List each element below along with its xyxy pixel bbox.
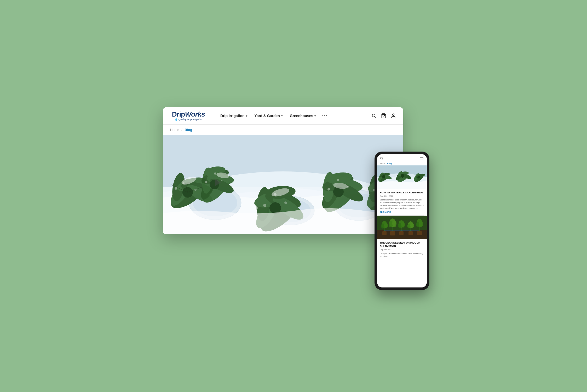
svg-point-59 [337,179,339,181]
logo-works: Works [185,110,205,118]
breadcrumb-current: Blog [185,128,192,132]
svg-point-111 [401,222,405,228]
breadcrumb-home[interactable]: Home [170,128,179,132]
svg-line-76 [382,159,383,159]
nav-bar: DripWorks 💧 Quality Drip Irrigation Drip… [163,107,403,125]
phone-breadcrumb-home: Home [380,162,385,165]
svg-point-48 [256,207,258,209]
svg-point-121 [419,221,423,227]
search-button[interactable] [371,113,377,118]
phone-article-2-excerpt: ...ough it can require more equipment th… [380,252,424,258]
phone-see-more-button[interactable]: SEE MORE → [380,211,424,213]
phone-article-1-date: Sep 28th 2022 [380,195,424,197]
svg-point-35 [221,180,222,181]
svg-point-24 [194,189,197,191]
svg-point-23 [175,187,177,190]
mobile-phone: Home / Blog [375,152,429,290]
logo[interactable]: DripWorks 💧 Quality Drip Irrigation [170,111,207,121]
breadcrumb: Home / Blog [163,125,403,135]
phone-article-2-image [377,216,427,239]
svg-rect-97 [382,231,387,235]
logo-text: DripWorks [172,111,205,118]
svg-point-57 [327,188,330,191]
svg-rect-112 [408,231,413,235]
nav-item-yard-garden[interactable]: Yard & Garden ▾ [251,112,286,120]
phone-screen: Home / Blog [377,154,427,287]
main-scene: DripWorks 💧 Quality Drip Irrigation Drip… [163,107,424,285]
svg-rect-117 [417,231,422,235]
phone-breadcrumb-sep: / [386,162,387,165]
chevron-down-icon: ▾ [246,114,247,117]
svg-point-94 [417,176,420,178]
svg-point-46 [284,201,287,204]
svg-point-3 [393,114,394,116]
phone-article-2: THE GEAR NEEDED FOR INDOOR CULTIVATION S… [377,216,427,261]
chevron-down-icon: ▾ [281,114,283,117]
cart-icon-phone [419,157,424,159]
phone-article-1-body: HOW TO WINTERIZE GARDEN BEDS Sep 28th 20… [377,189,427,215]
logo-drip: Drip [172,110,185,118]
svg-rect-107 [399,231,404,235]
hero-image [163,135,403,234]
breadcrumb-separator: / [181,128,182,132]
svg-point-100 [381,223,385,229]
svg-point-115 [407,224,411,228]
svg-point-105 [389,221,393,227]
logo-tagline: 💧 Quality Drip Irrigation [175,118,203,121]
phone-article-1: HOW TO WINTERIZE GARDEN BEDS Sep 28th 20… [377,165,427,215]
svg-point-106 [392,220,396,227]
phone-article-1-title: HOW TO WINTERIZE GARDEN BEDS [380,191,424,194]
nav-icons [371,113,396,118]
svg-point-36 [214,172,216,175]
phone-article-1-image [377,165,427,189]
phone-breadcrumb: Home / Blog [377,162,427,165]
chevron-down-icon: ▾ [314,114,316,117]
svg-point-85 [382,175,385,178]
phone-breadcrumb-current: Blog [387,162,392,165]
svg-point-101 [384,223,388,228]
phone-status-icons-left [380,156,384,160]
phone-status-bar [377,154,427,162]
phone-article-2-body: THE GEAR NEEDED FOR INDOOR CULTIVATION S… [377,239,427,261]
svg-point-110 [398,223,402,228]
phone-article-2-date: Sep 6th 2022 [380,249,424,251]
svg-point-45 [263,204,266,207]
svg-point-90 [401,174,404,178]
nav-item-greenhouses[interactable]: Greenhouses ▾ [287,112,319,120]
user-button[interactable] [391,113,396,118]
search-icon-phone [380,157,384,159]
drop-icon: 💧 [175,118,178,121]
svg-rect-102 [390,231,395,235]
phone-article-2-title: THE GEAR NEEDED FOR INDOOR CULTIVATION [380,241,424,248]
svg-line-1 [375,117,376,118]
nav-menu: Drip Irrigation ▾ Yard & Garden ▾ Greenh… [217,112,365,120]
svg-point-34 [205,181,207,183]
svg-point-116 [410,223,414,228]
desktop-window: DripWorks 💧 Quality Drip Irrigation Drip… [163,107,403,234]
hero-svg [163,135,403,234]
svg-point-44 [269,202,281,214]
phone-status-icons-right [419,157,424,159]
nav-more-button[interactable]: ··· [320,112,330,120]
phone-article-1-excerpt: Bears hibernate. Birds fly south. Turtle… [380,199,424,210]
cart-button[interactable] [381,113,387,118]
nav-item-drip-irrigation[interactable]: Drip Irrigation ▾ [217,112,250,120]
